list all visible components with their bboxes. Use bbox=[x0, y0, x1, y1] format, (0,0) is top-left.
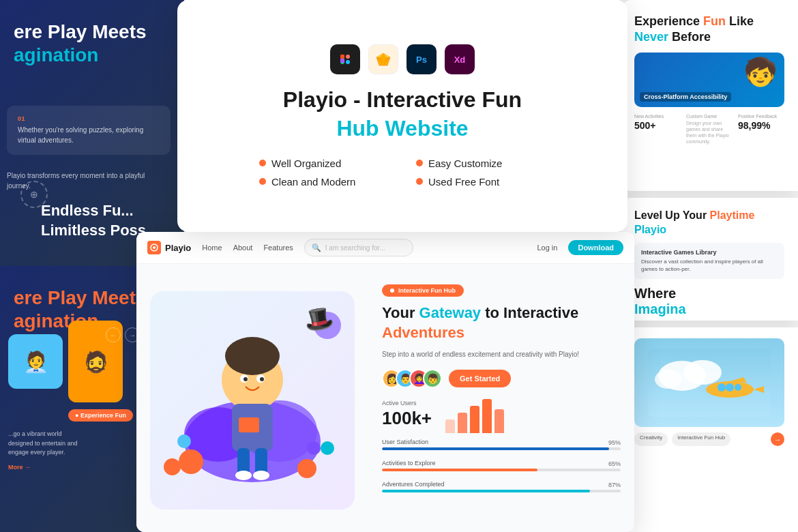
left-title-white: ere Play Meets bbox=[14, 20, 171, 44]
search-placeholder: I am searching for... bbox=[325, 244, 385, 252]
character-cards: 🧑‍💼 🧔 bbox=[8, 334, 123, 402]
browser-nav: Playio Home About Features 🔍 I am search… bbox=[136, 232, 634, 264]
badge-dot bbox=[390, 289, 394, 293]
stat-custom-game: Custom Game Design your own games and sh… bbox=[686, 114, 733, 145]
svg-rect-4 bbox=[340, 59, 344, 63]
hero-avatars: 👩 👨 👩‍🦱 👦 bbox=[382, 369, 442, 388]
svg-point-37 bbox=[260, 377, 264, 381]
tool-icons: Ps Xd bbox=[330, 44, 475, 74]
stat-user-satisfaction: User Satisfaction 95% bbox=[382, 439, 621, 450]
nav-logo-icon bbox=[147, 241, 161, 254]
svg-point-33 bbox=[225, 337, 280, 375]
stat-label-activities: New Activities bbox=[634, 114, 681, 119]
stat-label-row-1: User Satisfaction 95% bbox=[382, 439, 621, 447]
stat-track-2 bbox=[382, 469, 621, 471]
photoshop-icon: Ps bbox=[407, 44, 437, 74]
right-panel-bottom: Creativity Interactive Fun Hub → bbox=[621, 327, 798, 532]
gateway-word: Gateway bbox=[419, 304, 482, 321]
product-title: Playio - Interactive Fun bbox=[283, 87, 522, 113]
count-chart-row: Active Users 100k+ bbox=[382, 399, 621, 433]
stat-feedback: Positive Feedback 98,99% bbox=[738, 114, 784, 145]
download-button[interactable]: Download bbox=[568, 240, 623, 255]
bar-2 bbox=[458, 413, 467, 433]
svg-rect-0 bbox=[340, 55, 344, 59]
browser-hero: 🎩 Interactive Fun Hub Your Gateway to In… bbox=[136, 264, 634, 532]
svg-point-30 bbox=[177, 434, 191, 448]
tag-arrow[interactable]: → bbox=[771, 432, 784, 446]
nav-about[interactable]: About bbox=[233, 243, 253, 252]
stat-value-activities: 500+ bbox=[634, 120, 681, 131]
left-info-label: 01 bbox=[18, 115, 160, 122]
stat-fill-1 bbox=[382, 447, 609, 450]
active-users-label: Active Users bbox=[382, 400, 432, 407]
left-info-card: 01 Whether you're solving puzzles, explo… bbox=[7, 106, 171, 155]
feature-1: Well Organized bbox=[259, 158, 389, 169]
right-mid-card-desc: Discover a vast collection and inspire p… bbox=[641, 258, 778, 273]
hero-heading: Your Gateway to Interactive Adventures bbox=[382, 304, 621, 342]
bottom-left-desc: ...go a vibrant worlddesigned to enterta… bbox=[8, 430, 145, 458]
nav-logo-text: Playio bbox=[165, 243, 191, 253]
bar-5 bbox=[494, 409, 504, 433]
stat-label-satisfaction: User Satisfaction bbox=[382, 439, 428, 445]
svg-rect-38 bbox=[239, 417, 259, 432]
stat-adventures: Adventures Completed 87% bbox=[382, 481, 621, 492]
right-panel-top: Experience Fun Like Never Before Cross-P… bbox=[621, 0, 798, 191]
svg-point-27 bbox=[179, 449, 203, 474]
nav-home[interactable]: Home bbox=[202, 243, 222, 252]
stat-pct-adventures: 87% bbox=[608, 482, 621, 490]
badge-text: Interactive Fun Hub bbox=[398, 287, 456, 294]
hero-illustration: 🎩 bbox=[136, 264, 368, 532]
left-info-text: Whether you're solving puzzles, explorin… bbox=[18, 125, 160, 145]
hero-character-img: 🧒 bbox=[743, 56, 778, 88]
stat-label-row-2: Activities to Explore 65% bbox=[382, 460, 621, 469]
nav-features[interactable]: Features bbox=[263, 243, 293, 252]
bar-4 bbox=[482, 399, 492, 433]
right-mid-card-title: Interactive Games Library bbox=[641, 248, 778, 257]
stat-label-feedback: Positive Feedback bbox=[738, 114, 784, 119]
feature-dot-2 bbox=[416, 160, 423, 166]
feature-2: Easy Customize bbox=[416, 158, 546, 169]
right-mid-title: Level Up Your Playtime Playio bbox=[634, 209, 784, 237]
bottom-left-more[interactable]: More → bbox=[8, 464, 31, 471]
stats-row: New Activities 500+ Custom Game Design y… bbox=[634, 114, 784, 145]
get-started-button[interactable]: Get Started bbox=[449, 370, 511, 387]
fun-word: Fun bbox=[703, 14, 726, 28]
xd-icon: Xd bbox=[445, 44, 475, 74]
avatar-4: 👦 bbox=[423, 369, 442, 388]
product-subtitle: Hub Website bbox=[336, 116, 468, 141]
right-imagina-text: Imagina bbox=[634, 301, 784, 317]
feature-label-2: Easy Customize bbox=[428, 158, 502, 169]
bottom-tags: Creativity Interactive Fun Hub → bbox=[634, 432, 784, 446]
svg-point-41 bbox=[235, 471, 252, 480]
active-users-count: 100k+ bbox=[382, 408, 432, 429]
hero-hat: 🎩 bbox=[302, 302, 336, 335]
right-top-title: Experience Fun Like Never Before bbox=[634, 14, 784, 46]
feature-label-1: Well Organized bbox=[271, 158, 341, 169]
svg-point-29 bbox=[307, 441, 321, 455]
svg-point-20 bbox=[726, 383, 734, 391]
scroll-left[interactable]: ← bbox=[106, 327, 121, 342]
right-mid-card: Interactive Games Library Discover a vas… bbox=[634, 243, 784, 279]
svg-point-3 bbox=[346, 60, 350, 64]
bar-chart bbox=[445, 399, 504, 433]
browser-mockup: Playio Home About Features 🔍 I am search… bbox=[136, 232, 634, 532]
hero-badge: Interactive Fun Hub bbox=[382, 284, 464, 297]
stat-desc-custom: Design your own games and share them wit… bbox=[686, 120, 733, 145]
hero-content: Interactive Fun Hub Your Gateway to Inte… bbox=[368, 264, 634, 532]
feature-dot-4 bbox=[416, 178, 423, 185]
stat-track-3 bbox=[382, 490, 621, 492]
cross-platform-label: Cross-Platform Accessibility bbox=[640, 92, 731, 102]
stat-fill-2 bbox=[382, 469, 537, 471]
svg-rect-1 bbox=[346, 55, 350, 59]
svg-point-28 bbox=[297, 459, 316, 478]
hero-stats: Active Users 100k+ User Satisfaction bbox=[382, 399, 621, 497]
svg-point-23 bbox=[153, 246, 156, 249]
stat-pct-satisfaction: 95% bbox=[608, 439, 621, 447]
nav-search-bar[interactable]: 🔍 I am searching for... bbox=[304, 239, 413, 256]
tag-creativity: Creativity bbox=[634, 432, 668, 446]
nav-links: Home About Features bbox=[202, 243, 293, 252]
svg-point-42 bbox=[253, 471, 269, 480]
svg-point-13 bbox=[683, 360, 722, 385]
nav-login[interactable]: Log in bbox=[537, 243, 557, 252]
right-where-text: Where bbox=[634, 286, 784, 301]
